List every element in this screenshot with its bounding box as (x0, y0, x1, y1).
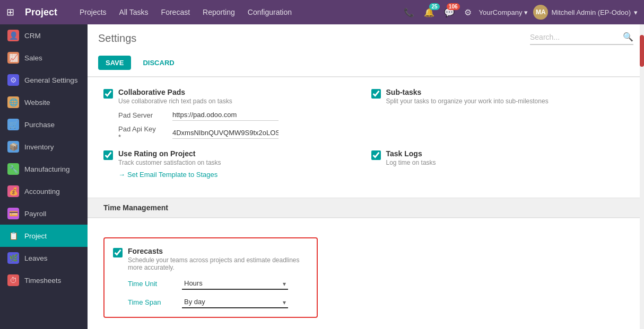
sidebar-item-sales[interactable]: 📈 Sales (0, 47, 88, 69)
forecasts-label: Forecasts (128, 247, 308, 255)
phone-icon[interactable]: 📞 (402, 5, 416, 20)
user-avatar: MA (533, 5, 548, 20)
purchase-icon: 🛒 (7, 119, 19, 130)
settings-section-time: Forecasts Schedule your teams across pro… (88, 218, 644, 329)
sidebar-item-general-settings[interactable]: ⚙ General Settings (0, 69, 88, 91)
pad-api-label: Pad Api Key * (118, 125, 166, 141)
sidebar-label-project: Project (24, 232, 47, 240)
app-title: Project (25, 7, 57, 18)
sidebar-label-accounting: Accounting (24, 188, 60, 195)
sidebar-label-sales: Sales (24, 54, 42, 62)
notification-badge: 25 (429, 3, 439, 10)
nav-reporting[interactable]: Reporting (197, 5, 240, 20)
collaborative-pads-checkbox[interactable] (103, 89, 113, 99)
sidebar: 👤 CRM 📈 Sales ⚙ General Settings 🌐 Websi… (0, 24, 88, 329)
sidebar-item-purchase[interactable]: 🛒 Purchase (0, 113, 88, 136)
website-icon: 🌐 (7, 96, 19, 108)
user-name: Mitchell Admin (EP-Odoo) (551, 8, 631, 16)
use-rating-item: Use Rating on Project Track customer sat… (103, 149, 361, 179)
action-bar: SAVE DISCARD (98, 50, 633, 76)
sidebar-label-inventory: Inventory (24, 143, 54, 151)
subtasks-checkbox[interactable] (371, 89, 381, 99)
time-span-field: Time Span By day By week By month ▾ (128, 296, 308, 308)
nav-all-tasks[interactable]: All Tasks (114, 5, 154, 20)
settings-row-2: Use Rating on Project Track customer sat… (103, 149, 628, 179)
task-logs-item: Task Logs Log time on tasks (371, 149, 629, 179)
inventory-icon: 📦 (7, 141, 19, 153)
notification-icon[interactable]: 🔔 25 (422, 5, 437, 20)
nav-forecast[interactable]: Forecast (156, 5, 195, 20)
sidebar-item-manufacturing[interactable]: 🔧 Manufacturing (0, 158, 88, 180)
company-selector[interactable]: YourCompany ▾ (479, 8, 528, 16)
sidebar-item-accounting[interactable]: 💰 Accounting (0, 180, 88, 202)
pad-server-label: Pad Server (118, 111, 166, 119)
sidebar-label-leaves: Leaves (24, 254, 48, 262)
sidebar-item-leaves[interactable]: 🌿 Leaves (0, 247, 88, 269)
scrollbar-thumb (640, 35, 644, 67)
use-rating-checkbox[interactable] (103, 150, 113, 160)
right-scrollbar[interactable] (640, 24, 644, 329)
forecasts-header: Forecasts Schedule your teams across pro… (113, 247, 308, 271)
sidebar-item-website[interactable]: 🌐 Website (0, 91, 88, 113)
payroll-icon: 💳 (7, 208, 19, 219)
content-area: Settings 🔍 SAVE DISCARD (88, 24, 644, 329)
time-unit-label: Time Unit (128, 280, 176, 288)
use-rating-label: Use Rating on Project (118, 149, 221, 158)
pad-server-field: Pad Server (118, 109, 361, 121)
task-logs-label: Task Logs (386, 149, 436, 158)
timesheets-icon: ⏱ (7, 274, 19, 286)
sidebar-label-website: Website (24, 99, 50, 106)
forecasts-desc: Schedule your teams across projects and … (128, 256, 308, 271)
nav-projects[interactable]: Projects (74, 5, 112, 20)
time-span-select[interactable]: By day By week By month (182, 296, 288, 308)
accounting-icon: 💰 (7, 185, 19, 197)
settings-gear-icon[interactable]: ⚙ (462, 5, 474, 20)
time-span-label: Time Span (128, 298, 176, 306)
forecasts-box: Forecasts Schedule your teams across pro… (103, 237, 318, 318)
use-rating-header: Use Rating on Project Track customer sat… (103, 149, 361, 166)
crm-icon: 👤 (7, 30, 19, 41)
sidebar-item-project[interactable]: 📋 Project (0, 225, 88, 247)
email-template-link[interactable]: → Set Email Template to Stages (118, 171, 361, 179)
discard-button[interactable]: DISCARD (135, 56, 181, 70)
sidebar-label-general-settings: General Settings (24, 76, 78, 84)
sidebar-item-inventory[interactable]: 📦 Inventory (0, 136, 88, 158)
company-chevron-icon: ▾ (524, 8, 528, 16)
pad-api-input[interactable] (172, 127, 279, 139)
top-navigation: ⊞ Project Projects All Tasks Forecast Re… (0, 0, 644, 24)
time-unit-select[interactable]: Hours Days (182, 278, 288, 290)
time-management-section-header: Time Management (88, 198, 644, 218)
collaborative-pads-desc: Use collaborative rich text pads on task… (118, 97, 232, 105)
collaborative-pads-item: Collaborative Pads Use collaborative ric… (103, 88, 361, 141)
manufacturing-icon: 🔧 (7, 163, 19, 175)
project-icon: 📋 (7, 230, 19, 242)
time-unit-select-wrapper: Hours Days ▾ (182, 278, 288, 290)
sidebar-item-crm[interactable]: 👤 CRM (0, 24, 88, 47)
grid-icon[interactable]: ⊞ (6, 6, 14, 18)
subtasks-desc: Split your tasks to organize your work i… (386, 97, 549, 105)
subtasks-label: Sub-tasks (386, 88, 549, 96)
settings-row-1: Collaborative Pads Use collaborative ric… (103, 88, 628, 141)
nav-configuration[interactable]: Configuration (242, 5, 297, 20)
message-icon[interactable]: 💬 106 (442, 5, 457, 20)
task-logs-checkbox[interactable] (371, 150, 381, 160)
forecasts-checkbox[interactable] (113, 248, 123, 257)
sidebar-item-payroll[interactable]: 💳 Payroll (0, 202, 88, 225)
sales-icon: 📈 (7, 52, 19, 64)
search-icon: 🔍 (623, 32, 633, 42)
search-bar: 🔍 (530, 32, 633, 45)
pad-server-input[interactable] (172, 109, 279, 121)
subtasks-item: Sub-tasks Split your tasks to organize y… (371, 88, 629, 141)
use-rating-text: Use Rating on Project Track customer sat… (118, 149, 221, 166)
time-span-select-wrapper: By day By week By month ▾ (182, 296, 288, 308)
nav-links: Projects All Tasks Forecast Reporting Co… (74, 5, 297, 20)
settings-section-collab: Collaborative Pads Use collaborative ric… (88, 77, 644, 198)
settings-content: Collaborative Pads Use collaborative ric… (88, 77, 644, 329)
time-unit-field: Time Unit Hours Days ▾ (128, 278, 308, 290)
collaborative-pads-text: Collaborative Pads Use collaborative ric… (118, 88, 232, 105)
sidebar-item-timesheets[interactable]: ⏱ Timesheets (0, 269, 88, 291)
search-input[interactable] (530, 33, 623, 41)
user-selector[interactable]: MA Mitchell Admin (EP-Odoo) ▾ (533, 5, 638, 20)
settings-header: Settings 🔍 SAVE DISCARD (88, 24, 644, 77)
save-button[interactable]: SAVE (98, 56, 131, 70)
